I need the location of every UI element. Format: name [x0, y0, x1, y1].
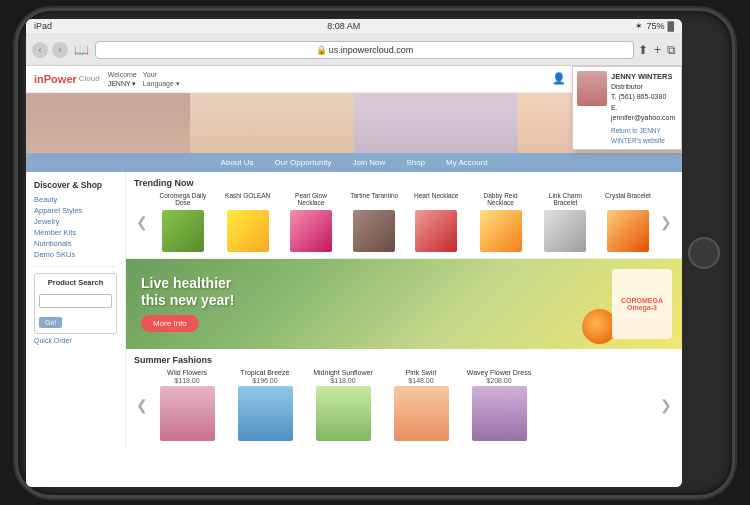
sidebar-link-demo[interactable]: Demo SKUs: [34, 249, 117, 260]
nav-join[interactable]: Join Now: [342, 153, 395, 172]
nav-account[interactable]: My Account: [436, 153, 497, 172]
trending-item[interactable]: Link Charm Bracelet: [537, 192, 594, 252]
more-info-button[interactable]: More Info: [141, 315, 199, 332]
hero-person-1: [26, 93, 190, 153]
trending-item-name: Tartine Tarantino: [350, 192, 398, 208]
trending-item-name: Coromega Daily Dose: [152, 192, 214, 208]
fashion-item[interactable]: Pink Swirl $148.00: [386, 369, 456, 441]
summer-title: Summer Fashions: [134, 355, 674, 365]
profile-phone: T. (561) 865-0380: [611, 92, 677, 103]
trending-item[interactable]: Tartine Tarantino: [346, 192, 402, 252]
fashion-name: Tropical Breeze: [241, 369, 290, 376]
battery-level: 75%: [646, 21, 664, 31]
profile-role: Distributor: [611, 82, 677, 93]
trending-item[interactable]: Heart Necklace: [408, 192, 464, 252]
trending-item[interactable]: Pearl Glow Necklace: [282, 192, 341, 252]
forward-button[interactable]: ›: [52, 42, 68, 58]
url-text: us.inpowercloud.com: [329, 45, 414, 55]
trending-item[interactable]: Crystal Bracelet: [600, 192, 656, 252]
trending-item-name: Pearl Glow Necklace: [282, 192, 341, 208]
site-logo: inPower Cloud: [34, 73, 100, 85]
search-input[interactable]: [39, 294, 112, 308]
fashion-img: [238, 386, 293, 441]
nav-shop[interactable]: Shop: [396, 153, 435, 172]
fashion-price: $148.00: [408, 377, 433, 384]
trending-item-name: Link Charm Bracelet: [537, 192, 594, 208]
fashion-img: [160, 386, 215, 441]
sidebar-link-apparel[interactable]: Apparel Styles: [34, 205, 117, 216]
main-content: Discover & Shop Beauty Apparel Styles Je…: [26, 172, 682, 447]
hero-person-3: [354, 93, 518, 153]
fashion-items: Wild Flowers $118.00 Tropical Breeze $19…: [152, 369, 656, 441]
profile-link[interactable]: Return to JENNY WINTER's website: [611, 126, 677, 146]
fashion-item[interactable]: Midnight Sunflower $118.00: [308, 369, 378, 441]
email-label: E.: [611, 104, 618, 111]
trending-item[interactable]: Kashi GOLEAN: [220, 192, 276, 252]
website-content: inPower Cloud Welcome JENNY ▾ Your Langu…: [26, 66, 682, 487]
nav-about[interactable]: About Us: [211, 153, 264, 172]
welcome-name[interactable]: JENNY ▾: [108, 79, 137, 88]
sidebar-link-member[interactable]: Member Kits: [34, 227, 117, 238]
status-bar: iPad 8:08 AM ✶ 75% ▓: [26, 19, 682, 35]
promo-product-text: COROMEGA Omega-3: [614, 297, 670, 311]
summer-next-arrow[interactable]: ❯: [658, 397, 674, 413]
trending-item[interactable]: Dabby Reid Necklace: [470, 192, 531, 252]
new-tab-button[interactable]: +: [654, 43, 661, 57]
logo-text: inPower: [34, 73, 77, 85]
hero-person-2: [190, 93, 354, 153]
bluetooth-icon: ✶: [635, 21, 643, 31]
welcome-block: Welcome JENNY ▾: [108, 70, 137, 88]
trending-title: Trending Now: [134, 178, 674, 188]
trending-item-img: [607, 210, 649, 252]
sidebar-link-nutritionals[interactable]: Nutritionals: [34, 238, 117, 249]
summer-prev-arrow[interactable]: ❮: [134, 397, 150, 413]
go-button[interactable]: Go!: [39, 317, 62, 328]
device-frame: iPad 8:08 AM ✶ 75% ▓ ‹ › 📖 🔒 us.inpowerc…: [15, 8, 735, 498]
promo-title: Live healthierthis new year!: [141, 275, 234, 309]
sidebar-link-beauty[interactable]: Beauty: [34, 194, 117, 205]
profile-popup: JENNY WINTERS Distributor T. (561) 865-0…: [572, 66, 682, 151]
trending-item-img: [227, 210, 269, 252]
promo-product-image: COROMEGA Omega-3: [612, 269, 672, 339]
fashion-item[interactable]: Wild Flowers $118.00: [152, 369, 222, 441]
sidebar-divider: [34, 266, 117, 267]
fashion-img: [472, 386, 527, 441]
quick-order-link[interactable]: Quick Order: [34, 337, 117, 344]
trending-carousel: ❮ Coromega Daily Dose Kashi GOLEAN: [134, 192, 674, 252]
fashion-price: $118.00: [330, 377, 355, 384]
trending-next-arrow[interactable]: ❯: [658, 214, 674, 230]
trending-section: Trending Now ❮ Coromega Daily Dose: [126, 172, 682, 259]
browser-chrome: ‹ › 📖 🔒 us.inpowercloud.com ⬆ + ⧉: [26, 35, 682, 66]
trending-items: Coromega Daily Dose Kashi GOLEAN Pearl G…: [152, 192, 656, 252]
promo-banner: Live healthierthis new year! More Info C…: [126, 259, 682, 349]
phone-value: (561) 865-0380: [618, 93, 666, 100]
address-bar[interactable]: 🔒 us.inpowercloud.com: [95, 41, 634, 59]
trending-item-img: [415, 210, 457, 252]
trending-item-name: Kashi GOLEAN: [225, 192, 270, 208]
sidebar-link-jewelry[interactable]: Jewelry: [34, 216, 117, 227]
trending-item-img: [353, 210, 395, 252]
profile-name: JENNY WINTERS: [611, 71, 677, 82]
summer-section: Summer Fashions ❮ Wild Flowers $118.00: [126, 349, 682, 447]
fashion-img: [316, 386, 371, 441]
language-sub[interactable]: Language ▾: [143, 79, 180, 88]
trending-item[interactable]: Coromega Daily Dose: [152, 192, 214, 252]
bookmarks-icon[interactable]: 📖: [74, 43, 89, 57]
share-button[interactable]: ⬆: [638, 43, 648, 57]
fashion-img: [394, 386, 449, 441]
home-button[interactable]: [688, 237, 720, 269]
trending-item-name: Dabby Reid Necklace: [470, 192, 531, 208]
back-button[interactable]: ‹: [32, 42, 48, 58]
trending-prev-arrow[interactable]: ❮: [134, 214, 150, 230]
logo-sub: Cloud: [79, 74, 100, 83]
tabs-button[interactable]: ⧉: [667, 43, 676, 57]
browser-actions: ⬆ + ⧉: [638, 43, 676, 57]
trending-item-img: [544, 210, 586, 252]
fashion-item[interactable]: Wavey Flower Dress $208.00: [464, 369, 534, 441]
profile-avatar: [577, 71, 607, 106]
fashion-item[interactable]: Tropical Breeze $196.00: [230, 369, 300, 441]
nav-opportunity[interactable]: Our Opportunity: [265, 153, 342, 172]
fashion-price: $196.00: [252, 377, 277, 384]
trending-item-name: Heart Necklace: [414, 192, 458, 208]
phone-label: T.: [611, 93, 616, 100]
